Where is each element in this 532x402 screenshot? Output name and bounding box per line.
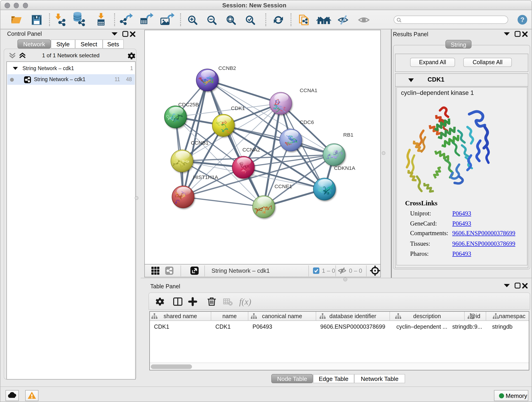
svg-text:CDC25B: CDC25B — [178, 101, 199, 107]
svg-text:CCNE1: CCNE1 — [274, 183, 292, 189]
svg-text:CDC6: CDC6 — [299, 119, 314, 125]
svg-text:?: ? — [520, 16, 525, 23]
svg-text:CCNB2: CCNB2 — [218, 65, 236, 71]
svg-text:HIST1H1A: HIST1H1A — [193, 174, 218, 180]
svg-text:CCNB1: CCNB1 — [191, 140, 208, 146]
svg-text:CDKN1A: CDKN1A — [334, 165, 355, 171]
svg-text:CDK1: CDK1 — [231, 105, 245, 111]
svg-text:RB1: RB1 — [343, 132, 353, 138]
svg-text:f(x): f(x) — [239, 297, 251, 307]
svg-text:CCNA1: CCNA1 — [299, 87, 317, 93]
svg-text:CCNA2: CCNA2 — [242, 147, 260, 153]
